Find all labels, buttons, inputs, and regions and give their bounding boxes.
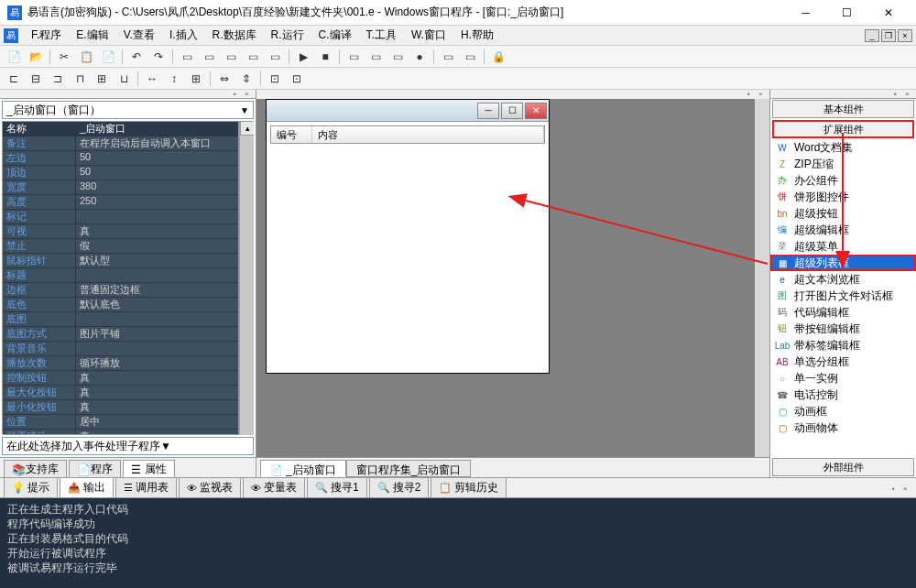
super-listview-control[interactable]: 编号 内容: [270, 125, 545, 144]
tb-btn-11[interactable]: ▭: [460, 48, 480, 66]
property-row[interactable]: 底图: [3, 312, 238, 327]
align-middle-button[interactable]: ⊞: [92, 70, 112, 88]
output-text[interactable]: 正在生成主程序入口代码程序代码编译成功正在封装易格式目的代码开始运行被调试程序被…: [0, 498, 916, 588]
undo-button[interactable]: ↶: [126, 48, 147, 66]
property-row[interactable]: 底图方式图片平铺: [3, 327, 238, 342]
menu-program[interactable]: F.程序: [24, 26, 69, 45]
toolbox-item[interactable]: 编超级编辑框: [770, 222, 916, 238]
form-designer[interactable]: ▪ × ─ ☐ ✕ 编号 内容 📄 _启动窗口 窗口程序集_启动窗口: [256, 90, 769, 477]
prop-value[interactable]: 真: [76, 371, 238, 385]
prop-value[interactable]: [76, 268, 238, 282]
prop-value[interactable]: 假: [76, 239, 238, 253]
open-button[interactable]: 📂: [26, 48, 46, 66]
panel-close-icon[interactable]: ×: [905, 90, 914, 97]
tb-btn-10[interactable]: ▭: [438, 48, 458, 66]
tab-search1[interactable]: 🔍 搜寻1: [307, 477, 367, 498]
toolbox-item[interactable]: 饼饼形图控件: [770, 189, 916, 205]
tab-program[interactable]: 📄程序: [69, 460, 121, 477]
prop-value[interactable]: 250: [76, 195, 238, 209]
property-row[interactable]: 背景音乐: [3, 342, 238, 356]
prop-value[interactable]: 50: [76, 151, 238, 165]
property-row[interactable]: 备注在程序启动后自动调入本窗口: [3, 136, 238, 151]
property-row[interactable]: 左边50: [3, 151, 238, 166]
tab-calls[interactable]: ☰ 调用表: [115, 477, 177, 498]
prop-value[interactable]: [76, 210, 238, 223]
menu-view[interactable]: V.查看: [116, 26, 162, 45]
toolbox-item[interactable]: 图打开图片文件对话框: [770, 288, 916, 304]
panel-pin-icon[interactable]: ▪: [747, 90, 757, 97]
property-row[interactable]: 标题: [3, 268, 238, 283]
property-row[interactable]: 宽度380: [3, 180, 238, 195]
toolbox-item[interactable]: ZZIP压缩: [770, 156, 916, 172]
tb-btn-9[interactable]: ●: [409, 48, 430, 66]
prop-value[interactable]: [76, 342, 238, 355]
property-row[interactable]: 底色默认底色: [3, 298, 238, 312]
panel-pin-icon[interactable]: ▪: [892, 485, 901, 492]
align-bottom-button[interactable]: ⊔: [114, 70, 134, 88]
same-size-button[interactable]: ⊞: [186, 70, 206, 88]
menu-help[interactable]: H.帮助: [453, 26, 501, 45]
property-row[interactable]: 禁止假: [3, 239, 238, 254]
toolbox-item[interactable]: ☎电话控制: [770, 387, 916, 403]
form-maximize-button[interactable]: ☐: [501, 103, 523, 119]
toolbox-item[interactable]: 办办公组件: [770, 172, 916, 189]
same-width-button[interactable]: ↔: [142, 70, 162, 88]
tab-output[interactable]: 📤 输出: [60, 477, 114, 498]
toolbox-item[interactable]: 码代码编辑框: [770, 304, 916, 321]
property-grid[interactable]: 名称 _启动窗口 备注在程序启动后自动调入本窗口左边50顶边50宽度380高度2…: [2, 121, 239, 435]
toolbox-item[interactable]: AB单选分组框: [770, 354, 916, 370]
mdi-restore[interactable]: ❐: [881, 29, 896, 42]
toolbox-item[interactable]: Lab带标签编辑框: [770, 337, 916, 354]
tab-vars[interactable]: 👁 变量表: [243, 477, 305, 498]
property-row[interactable]: 可视真: [3, 224, 238, 239]
form-minimize-button[interactable]: ─: [477, 103, 499, 119]
run-button[interactable]: ▶: [293, 48, 313, 66]
prop-value[interactable]: 图片平铺: [76, 327, 238, 341]
lv-col-content[interactable]: 内容: [312, 126, 544, 143]
tb-btn-12[interactable]: 🔒: [488, 48, 508, 66]
align-center-button[interactable]: ⊟: [26, 70, 46, 88]
prop-value[interactable]: 默认底色: [76, 298, 238, 311]
align-top-button[interactable]: ⊓: [70, 70, 90, 88]
paste-button[interactable]: 📄: [98, 48, 118, 66]
property-row[interactable]: 控制按钮真: [3, 371, 238, 386]
tab-startup-window[interactable]: 📄 _启动窗口: [260, 460, 346, 477]
toolbox-item[interactable]: ○单一实例: [770, 370, 916, 387]
property-row[interactable]: 鼠标指针默认型: [3, 254, 238, 268]
property-row[interactable]: 标记: [3, 210, 238, 224]
tb-btn-6[interactable]: ▭: [344, 48, 364, 66]
tb-btn-5[interactable]: ▭: [265, 48, 285, 66]
copy-button[interactable]: 📋: [76, 48, 96, 66]
tab-properties[interactable]: ☰属性: [123, 460, 175, 477]
design-form[interactable]: ─ ☐ ✕ 编号 内容: [266, 99, 550, 374]
tb-btn-1[interactable]: ▭: [177, 48, 197, 66]
prop-value[interactable]: 50: [76, 166, 238, 180]
toolbox-item[interactable]: bn超级按钮: [770, 205, 916, 222]
redo-button[interactable]: ↷: [148, 48, 169, 66]
property-row[interactable]: 顶边50: [3, 166, 238, 180]
same-height-button[interactable]: ↕: [164, 70, 184, 88]
property-row[interactable]: 播放次数循环播放: [3, 356, 238, 371]
prop-scrollbar[interactable]: ▴: [239, 121, 254, 435]
stop-button[interactable]: ■: [315, 48, 335, 66]
tab-search2[interactable]: 🔍 搜寻2: [369, 477, 430, 498]
maximize-button[interactable]: ☐: [826, 0, 867, 26]
mdi-close[interactable]: ×: [898, 29, 912, 42]
mdi-minimize[interactable]: _: [865, 29, 879, 42]
lv-col-id[interactable]: 编号: [271, 126, 312, 143]
form-close-button[interactable]: ✕: [525, 103, 547, 119]
tab-watch[interactable]: 👁 监视表: [179, 477, 241, 498]
toolbox-item[interactable]: ▢动画物体: [770, 419, 916, 436]
panel-pin-icon[interactable]: ▪: [894, 90, 903, 97]
prop-value[interactable]: 普通固定边框: [76, 283, 238, 297]
prop-value[interactable]: 真: [76, 400, 238, 414]
prop-value[interactable]: 真: [76, 430, 238, 435]
menu-database[interactable]: R.数据库: [205, 26, 264, 45]
event-selector[interactable]: 在此处选择加入事件处理子程序 ▼: [2, 437, 254, 455]
center-v-button[interactable]: ⊡: [287, 70, 307, 88]
prop-value[interactable]: 在程序启动后自动调入本窗口: [76, 136, 238, 150]
center-h-button[interactable]: ⊡: [265, 70, 285, 88]
menu-edit[interactable]: E.编辑: [69, 26, 115, 45]
panel-close-icon[interactable]: ×: [245, 90, 254, 97]
property-row[interactable]: 最小化按钮真: [3, 400, 238, 415]
